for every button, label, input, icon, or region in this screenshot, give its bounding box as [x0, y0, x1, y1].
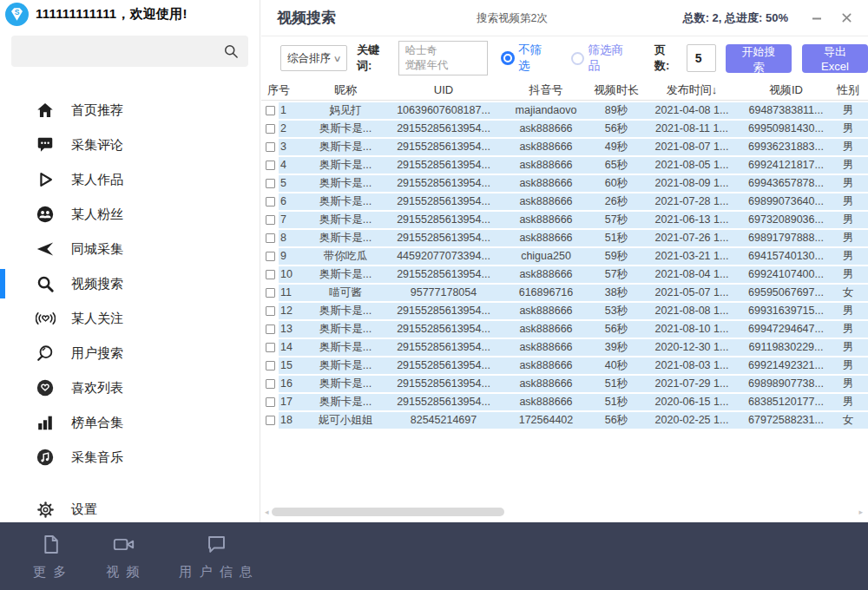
table-cell: 2020-06-15 1...: [643, 394, 740, 410]
table-row[interactable]: 13奥斯卡是...29155285613954...ask88866656秒20…: [261, 321, 868, 338]
table-cell: 29155285613954...: [385, 139, 503, 155]
column-header[interactable]: 视频时长: [589, 80, 643, 100]
table-row[interactable]: 14奥斯卡是...29155285613954...ask88866639秒20…: [261, 339, 868, 356]
table-cell: 奥斯卡是...: [306, 303, 385, 319]
table-cell: 5: [279, 175, 306, 192]
column-header[interactable]: 昵称: [306, 80, 385, 100]
sidebar-search-box[interactable]: [11, 36, 248, 67]
row-checkbox[interactable]: [266, 252, 275, 261]
heart-circle-icon: [35, 377, 56, 398]
sort-select-value: 综合排序: [287, 51, 331, 66]
table-row[interactable]: 3奥斯卡是...29155285613954...ask88866649秒202…: [261, 139, 868, 155]
table-cell: 29155285613954...: [385, 212, 503, 228]
sidebar-item-comment[interactable]: 采集评论: [0, 128, 260, 162]
table-row[interactable]: 8奥斯卡是...29155285613954...ask88866651秒202…: [261, 230, 868, 246]
keyword-input[interactable]: 哈士奇 觉醒年代: [398, 41, 488, 75]
row-checkbox[interactable]: [266, 288, 275, 298]
bottom-item-label: 视 频: [106, 564, 141, 580]
table-cell: 男: [832, 357, 865, 374]
row-checkbox[interactable]: [266, 197, 275, 206]
sidebar-item-home[interactable]: 首页推荐: [0, 93, 260, 128]
horizontal-scrollbar[interactable]: ◂ ▸: [263, 507, 865, 517]
scroll-right-arrow-icon[interactable]: ▸: [858, 508, 863, 516]
row-checkbox[interactable]: [266, 361, 275, 370]
table-cell: 69119830229...: [740, 339, 832, 356]
table-row[interactable]: 5奥斯卡是...29155285613954...ask88866660秒202…: [261, 175, 868, 192]
table-row[interactable]: 15奥斯卡是...29155285613954...ask88866640秒20…: [261, 357, 868, 374]
column-header[interactable]: UID: [385, 80, 503, 100]
table-cell: ask888666: [503, 175, 589, 192]
sidebar-item-play[interactable]: 某人作品: [0, 162, 260, 197]
radio-selected-icon: [501, 51, 515, 65]
table-cell: 26秒: [589, 193, 643, 210]
sidebar-item-heart-circle[interactable]: 喜欢列表: [0, 370, 260, 405]
row-checkbox[interactable]: [266, 106, 275, 115]
row-checkbox[interactable]: [266, 343, 275, 352]
bottom-toolbar: 更 多视 频用 户 信 息: [0, 522, 868, 590]
table-row[interactable]: 2奥斯卡是...29155285613954...ask88866656秒202…: [261, 121, 868, 137]
sidebar-item-broadcast-heart[interactable]: 某人关注: [0, 301, 260, 336]
sidebar-item-search[interactable]: 视频搜索: [0, 266, 260, 301]
row-checkbox[interactable]: [266, 270, 275, 279]
table-cell: 51秒: [589, 376, 643, 392]
sidebar-item-music[interactable]: 采集音乐: [0, 440, 260, 475]
export-excel-button[interactable]: 导出Excel: [802, 44, 868, 73]
sidebar-item-settings[interactable]: 设置: [0, 492, 260, 527]
row-checkbox[interactable]: [266, 306, 275, 316]
row-checkbox[interactable]: [266, 215, 275, 225]
bottom-item-file[interactable]: 更 多: [33, 533, 68, 580]
sidebar-item-fans[interactable]: 某人粉丝: [0, 197, 260, 232]
column-header[interactable]: 性别: [832, 80, 865, 100]
scrollbar-thumb[interactable]: [272, 508, 504, 516]
column-header[interactable]: 视频ID: [740, 80, 832, 100]
table-row[interactable]: 10奥斯卡是...29155285613954...ask88866657秒20…: [261, 266, 868, 283]
bottom-item-chat-bubble[interactable]: 用 户 信 息: [179, 533, 254, 580]
table-row[interactable]: 12奥斯卡是...29155285613954...ask88866653秒20…: [261, 303, 868, 319]
table-cell: 男: [832, 121, 865, 137]
table-row[interactable]: 1妈见打10639607608187...majiandaovo89秒2021-…: [261, 102, 868, 119]
sidebar-item-bar-chart[interactable]: 榜单合集: [0, 405, 260, 440]
table-cell: 2020-02-25 1...: [643, 412, 740, 429]
sidebar-item-user-search[interactable]: 用户搜索: [0, 336, 260, 370]
column-header[interactable]: 发布时间↓: [643, 80, 740, 100]
table-row[interactable]: 6奥斯卡是...29155285613954...ask88866626秒202…: [261, 193, 868, 210]
table-row[interactable]: 7奥斯卡是...29155285613954...ask88866657秒202…: [261, 212, 868, 228]
row-checkbox[interactable]: [266, 142, 275, 152]
table-row[interactable]: 16奥斯卡是...29155285613954...ask88866651秒20…: [261, 376, 868, 392]
radio-no-filter[interactable]: 不筛选: [501, 43, 552, 74]
table-row[interactable]: 9带你吃瓜44592077073394...chigua25059秒2021-0…: [261, 248, 868, 265]
row-checkbox[interactable]: [266, 233, 275, 243]
radio-unselected-icon: [571, 52, 584, 65]
start-search-button[interactable]: 开始搜索: [726, 44, 792, 73]
pages-input[interactable]: [687, 44, 716, 72]
column-header[interactable]: 序号: [261, 80, 306, 100]
row-checkbox[interactable]: [266, 124, 275, 134]
search-input[interactable]: [11, 36, 222, 67]
sort-select[interactable]: 综合排序 ∨: [280, 45, 347, 71]
row-checkbox[interactable]: [266, 179, 275, 188]
close-icon[interactable]: [840, 12, 852, 24]
row-checkbox[interactable]: [266, 397, 275, 407]
row-checkbox[interactable]: [266, 324, 275, 334]
bottom-item-video[interactable]: 视 频: [106, 533, 141, 580]
column-header[interactable]: 抖音号: [503, 80, 589, 100]
table-cell: 男: [832, 102, 865, 119]
sidebar-item-location-arrow[interactable]: 同城采集: [0, 232, 260, 266]
row-checkbox[interactable]: [266, 379, 275, 389]
radio-filter-goods[interactable]: 筛选商品: [571, 43, 634, 74]
search-icon: [222, 43, 240, 60]
scroll-left-arrow-icon[interactable]: ◂: [265, 508, 269, 516]
table-row[interactable]: 4奥斯卡是...29155285613954...ask88866665秒202…: [261, 157, 868, 174]
row-checkbox-cell: [261, 266, 279, 283]
table-cell: 51秒: [589, 230, 643, 246]
table-cell: 29155285613954...: [385, 121, 503, 137]
table-row[interactable]: 11喵可酱9577717805461689671638秒2021-05-07 1…: [261, 285, 868, 301]
table-row[interactable]: 18妮可小姐姐8254521469717256440256秒2020-02-25…: [261, 412, 868, 429]
row-checkbox[interactable]: [266, 161, 275, 170]
table-cell: ask888666: [503, 339, 589, 356]
minimize-button[interactable]: [811, 12, 823, 24]
table-cell: 男: [832, 303, 865, 319]
table-cell: ask888666: [503, 139, 589, 155]
row-checkbox[interactable]: [266, 416, 275, 425]
table-row[interactable]: 17奥斯卡是...29155285613954...ask88866651秒20…: [261, 394, 868, 410]
